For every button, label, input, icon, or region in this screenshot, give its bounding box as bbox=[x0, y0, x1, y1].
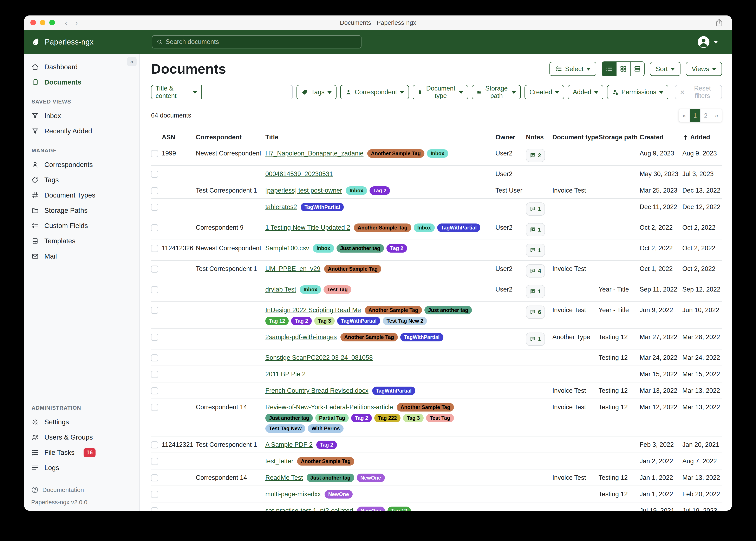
notes-badge[interactable]: 1 bbox=[526, 332, 545, 346]
tag-pill[interactable]: Tag 2 bbox=[351, 414, 372, 422]
share-icon[interactable] bbox=[715, 18, 724, 29]
column-header-asn[interactable]: ASN bbox=[162, 134, 196, 141]
tag-pill[interactable]: Tag 12 bbox=[265, 317, 289, 325]
tag-pill[interactable]: Tag 2 bbox=[291, 317, 312, 325]
tag-pill[interactable]: NewOne bbox=[325, 490, 353, 499]
tag-pill[interactable]: Inbox bbox=[414, 224, 435, 232]
row-checkbox[interactable] bbox=[151, 266, 158, 272]
tag-pill[interactable]: TagWithPartial bbox=[372, 386, 415, 395]
tag-pill[interactable]: Just another tag bbox=[265, 414, 313, 422]
tag-pill[interactable]: Tag 2 bbox=[316, 441, 337, 449]
tag-pill[interactable]: Test Tag New 2 bbox=[383, 317, 427, 325]
row-checkbox[interactable] bbox=[151, 404, 158, 411]
document-title-link[interactable]: sat-practice-test-1_pt2-collated bbox=[265, 506, 353, 511]
pagination-page-2[interactable]: 2 bbox=[700, 109, 711, 122]
sidebar-item-users-groups[interactable]: Users & Groups bbox=[31, 430, 139, 445]
sidebar-item-inbox[interactable]: Inbox bbox=[31, 108, 139, 124]
document-title-link[interactable]: drylab Test bbox=[265, 285, 296, 294]
sidebar-collapse-button[interactable]: « bbox=[127, 57, 137, 66]
sidebar-item-correspondents[interactable]: Correspondents bbox=[31, 157, 139, 172]
views-button[interactable]: Views bbox=[686, 62, 722, 76]
detail-view-button[interactable] bbox=[630, 62, 644, 76]
document-title-link[interactable]: multi-page-mixedxx bbox=[265, 490, 321, 499]
row-checkbox[interactable] bbox=[151, 354, 158, 361]
filter-button-created[interactable]: Created bbox=[524, 85, 564, 99]
grid-view-button[interactable] bbox=[616, 62, 630, 76]
notes-badge[interactable]: 2 bbox=[526, 149, 545, 162]
brand[interactable]: Paperless-ngx bbox=[31, 37, 94, 47]
field-selector-dropdown[interactable]: Title & content bbox=[151, 85, 202, 99]
document-title-link[interactable]: 2011 BP Pie 2 bbox=[265, 370, 306, 379]
row-checkbox[interactable] bbox=[151, 334, 158, 341]
tag-pill[interactable]: Tag 3 bbox=[314, 317, 335, 325]
tag-pill[interactable]: TagWithPartial bbox=[337, 317, 380, 325]
row-checkbox[interactable] bbox=[151, 245, 158, 252]
row-checkbox[interactable] bbox=[151, 491, 158, 498]
tag-pill[interactable]: TagWithPartial bbox=[437, 224, 480, 232]
column-header-title[interactable]: Title bbox=[265, 134, 495, 141]
title-content-input[interactable] bbox=[202, 85, 293, 99]
column-header-notes[interactable]: Notes bbox=[526, 134, 552, 141]
filter-button-permissions[interactable]: Permissions bbox=[607, 85, 668, 99]
notes-badge[interactable]: 1 bbox=[526, 203, 545, 216]
row-checkbox[interactable] bbox=[151, 507, 158, 511]
pagination-next[interactable]: » bbox=[711, 109, 722, 122]
row-checkbox[interactable] bbox=[151, 204, 158, 211]
document-title-link[interactable]: 2sample-pdf-with-images bbox=[265, 332, 337, 342]
filter-button-document-type[interactable]: Document type bbox=[413, 85, 468, 99]
row-checkbox[interactable] bbox=[151, 171, 158, 178]
document-title-link[interactable]: ReadMe Test bbox=[265, 473, 303, 482]
tag-pill[interactable]: Inbox bbox=[346, 186, 367, 195]
filter-button-storage-path[interactable]: Storage path bbox=[472, 85, 521, 99]
sidebar-item-templates[interactable]: Templates bbox=[31, 234, 139, 249]
sidebar-item-custom-fields[interactable]: Custom Fields bbox=[31, 218, 139, 234]
tag-pill[interactable]: Test Tag bbox=[426, 414, 454, 422]
notes-badge[interactable]: 1 bbox=[526, 285, 545, 298]
select-button[interactable]: Select bbox=[549, 62, 596, 76]
column-header-document-type[interactable]: Document type bbox=[552, 134, 599, 141]
sidebar-item-tags[interactable]: Tags bbox=[31, 172, 139, 188]
column-header-created[interactable]: Created bbox=[640, 134, 682, 141]
sidebar-item-recently-added[interactable]: Recently Added bbox=[31, 124, 139, 139]
documentation-link[interactable]: Documentation bbox=[31, 484, 139, 496]
tag-pill[interactable]: Just another tag bbox=[307, 474, 354, 482]
document-title-link[interactable]: 0004814539_20230531 bbox=[265, 170, 333, 179]
pagination-page-1[interactable]: 1 bbox=[690, 109, 700, 122]
row-checkbox[interactable] bbox=[151, 371, 158, 378]
search-input[interactable] bbox=[166, 38, 357, 46]
column-header-added[interactable]: Added bbox=[682, 134, 722, 141]
document-title-link[interactable]: A Sample PDF 2 bbox=[265, 440, 313, 449]
row-checkbox[interactable] bbox=[151, 286, 158, 293]
notes-badge[interactable]: 1 bbox=[526, 244, 545, 257]
tag-pill[interactable]: Another Sample Tag bbox=[297, 457, 354, 465]
tag-pill[interactable]: Tag 2 bbox=[386, 244, 407, 253]
row-checkbox[interactable] bbox=[151, 187, 158, 194]
sidebar-item-logs[interactable]: Logs bbox=[31, 460, 139, 475]
notes-badge[interactable]: 6 bbox=[526, 305, 545, 319]
tag-pill[interactable]: Another Sample Tag bbox=[397, 403, 454, 411]
tag-pill[interactable]: Tag 12 bbox=[387, 507, 411, 511]
pagination-prev[interactable]: « bbox=[679, 109, 690, 122]
column-header-owner[interactable]: Owner bbox=[495, 134, 526, 141]
filter-button-added[interactable]: Added bbox=[568, 85, 603, 99]
row-checkbox[interactable] bbox=[151, 474, 158, 481]
column-header-correspondent[interactable]: Correspondent bbox=[196, 134, 265, 141]
tag-pill[interactable]: Inbox bbox=[300, 285, 321, 294]
tag-pill[interactable]: Just another tag bbox=[337, 244, 384, 253]
tag-pill[interactable]: Inbox bbox=[313, 244, 334, 253]
filter-button-tags[interactable]: Tags bbox=[296, 85, 336, 99]
tag-pill[interactable]: Partial Tag bbox=[315, 414, 349, 422]
tag-pill[interactable]: Tag 2 bbox=[370, 186, 390, 195]
tag-pill[interactable]: Tag 3 bbox=[403, 414, 423, 422]
document-title-link[interactable]: tablerates2 bbox=[265, 203, 297, 212]
list-view-button[interactable] bbox=[602, 62, 616, 76]
tag-pill[interactable]: Another Sample Tag bbox=[365, 306, 422, 314]
tag-pill[interactable]: Another Sample Tag bbox=[354, 224, 411, 232]
tag-pill[interactable]: Test Tag bbox=[324, 285, 351, 294]
notes-badge[interactable]: 1 bbox=[526, 223, 545, 236]
document-title-link[interactable]: Review-of-New-York-Federal-Petitions-art… bbox=[265, 403, 393, 412]
tag-pill[interactable]: Just another tag bbox=[424, 306, 472, 314]
notes-badge[interactable]: 4 bbox=[526, 264, 545, 277]
tag-pill[interactable]: Another Sample Tag bbox=[367, 149, 424, 158]
reset-filters-button[interactable]: ✕ Reset filters bbox=[675, 85, 722, 99]
